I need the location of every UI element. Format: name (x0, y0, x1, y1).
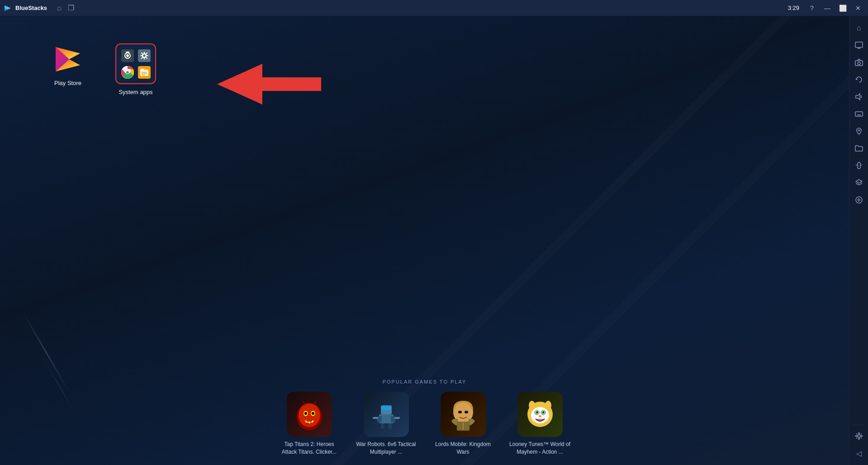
android-screen: Play Store (0, 16, 849, 465)
sidebar-collapse-btn[interactable]: ◁ (851, 445, 867, 461)
nav-multi-btn[interactable]: ❐ (68, 4, 74, 12)
svg-rect-55 (855, 42, 863, 47)
titlebar: BlueStacks ⌂ ❐ 3:29 ? — ⬜ ✕ (0, 0, 868, 16)
sidebar-volume-btn[interactable] (851, 89, 867, 105)
game-item-1[interactable]: War Robots. 6v6 Tactical Multiplayer ... (355, 392, 418, 456)
sidebar-plus-btn[interactable] (851, 192, 867, 208)
svg-rect-35 (388, 423, 392, 429)
sidebar-keyboard-btn[interactable] (851, 106, 867, 122)
red-arrow-annotation (217, 57, 330, 111)
right-sidebar: ⌂ (849, 16, 868, 465)
brand-name: BlueStacks (15, 5, 47, 11)
sidebar-shaker-btn[interactable] (851, 157, 867, 174)
svg-marker-20 (217, 64, 262, 104)
svg-marker-60 (856, 94, 860, 100)
svg-rect-15 (140, 69, 144, 71)
game-item-0[interactable]: Tap Titans 2: Heroes Attack Titans. Clic… (278, 392, 341, 456)
minimize-button[interactable]: — (821, 3, 834, 13)
popular-games-section: POPULAR GAMES TO PLAY (0, 379, 849, 456)
system-apps-folder-box (115, 43, 156, 84)
folder-files-icon (137, 65, 152, 80)
svg-rect-37 (373, 417, 378, 419)
svg-rect-34 (381, 423, 384, 429)
titlebar-left: BlueStacks ⌂ ❐ (4, 4, 74, 13)
svg-point-12 (126, 71, 129, 74)
game-thumb-3 (517, 392, 563, 437)
system-apps-folder[interactable]: System apps (113, 43, 158, 95)
svg-rect-36 (382, 406, 391, 410)
titlebar-right: 3:29 ? — ⬜ ✕ (788, 3, 864, 13)
sidebar-location-btn[interactable] (851, 123, 867, 139)
svg-point-54 (539, 415, 541, 417)
folder-chrome-icon (120, 65, 135, 80)
sidebar-camera-btn[interactable] (851, 54, 867, 71)
bluestacks-logo-icon (4, 4, 13, 13)
svg-point-52 (536, 412, 538, 413)
play-store-icon-img (52, 43, 84, 75)
svg-rect-61 (855, 112, 863, 116)
game-item-2[interactable]: Lords Mobile: Kingdom Wars (432, 392, 495, 456)
close-button[interactable]: ✕ (852, 3, 864, 13)
apps-area: Play Store (45, 43, 158, 95)
svg-point-26 (312, 412, 314, 415)
svg-rect-38 (394, 417, 400, 419)
svg-rect-33 (391, 416, 395, 422)
svg-rect-17 (142, 73, 147, 74)
titlebar-nav: ⌂ ❐ (57, 4, 74, 12)
svg-point-53 (543, 412, 544, 413)
sidebar-rotate-btn[interactable] (851, 71, 867, 88)
main-wrapper: Play Store (0, 16, 868, 465)
game-thumb-0 (287, 392, 332, 437)
svg-point-46 (545, 401, 551, 410)
time-display: 3:29 (788, 5, 799, 11)
game-item-3[interactable]: Looney Tunes™ World of Mayhem - Action .… (508, 392, 572, 456)
svg-rect-16 (142, 72, 147, 73)
popular-games-title: POPULAR GAMES TO PLAY (383, 379, 467, 384)
play-store-icon[interactable]: Play Store (45, 43, 90, 86)
folder-camera-icon (120, 48, 135, 63)
svg-point-5 (126, 54, 129, 57)
svg-point-41 (465, 411, 468, 413)
svg-rect-68 (858, 162, 860, 169)
system-apps-label: System apps (119, 89, 152, 95)
game-thumb-2 (441, 392, 486, 437)
sidebar-layer-btn[interactable] (851, 175, 867, 191)
play-store-label: Play Store (54, 80, 81, 86)
game-label-0: Tap Titans 2: Heroes Attack Titans. Clic… (278, 441, 341, 456)
svg-rect-19 (262, 77, 321, 91)
svg-rect-32 (377, 416, 382, 422)
game-label-2: Lords Mobile: Kingdom Wars (432, 441, 495, 456)
sidebar-home-btn[interactable]: ⌂ (851, 20, 867, 36)
game-label-1: War Robots. 6v6 Tactical Multiplayer ... (355, 441, 418, 456)
svg-rect-6 (126, 52, 129, 53)
svg-line-69 (856, 165, 857, 166)
sidebar-divider (853, 425, 865, 425)
svg-rect-18 (142, 75, 145, 76)
svg-point-75 (858, 435, 860, 437)
game-thumb-1 (364, 392, 409, 437)
sidebar-settings-btn[interactable] (851, 428, 867, 444)
svg-point-40 (458, 411, 462, 413)
folder-settings-icon (137, 48, 152, 63)
app-logo: BlueStacks (4, 4, 47, 13)
svg-marker-71 (856, 180, 862, 183)
nav-home-btn[interactable]: ⌂ (57, 4, 62, 12)
svg-point-67 (858, 129, 860, 131)
game-label-3: Looney Tunes™ World of Mayhem - Action .… (508, 441, 572, 456)
play-store-svg (52, 43, 84, 75)
svg-point-45 (529, 401, 535, 410)
sidebar-folder-btn[interactable] (851, 140, 867, 157)
svg-point-22 (299, 403, 320, 427)
sidebar-screen-btn[interactable] (851, 37, 867, 53)
svg-point-59 (858, 62, 860, 65)
games-row: Tap Titans 2: Heroes Attack Titans. Clic… (278, 392, 572, 456)
svg-line-70 (861, 165, 862, 166)
restore-button[interactable]: ⬜ (836, 3, 849, 13)
help-button[interactable]: ? (806, 3, 818, 13)
svg-point-25 (304, 412, 307, 415)
